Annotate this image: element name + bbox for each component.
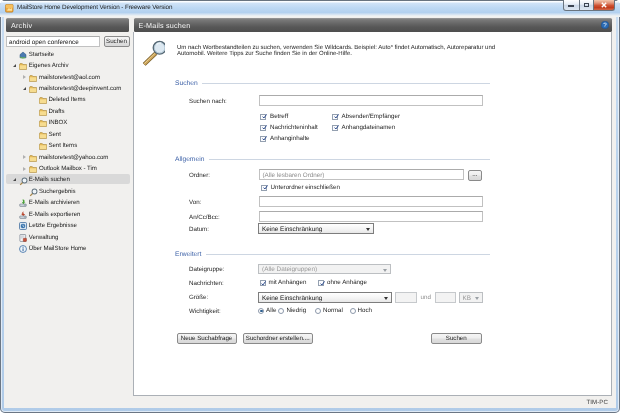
svg-text:?: ? (603, 22, 607, 29)
